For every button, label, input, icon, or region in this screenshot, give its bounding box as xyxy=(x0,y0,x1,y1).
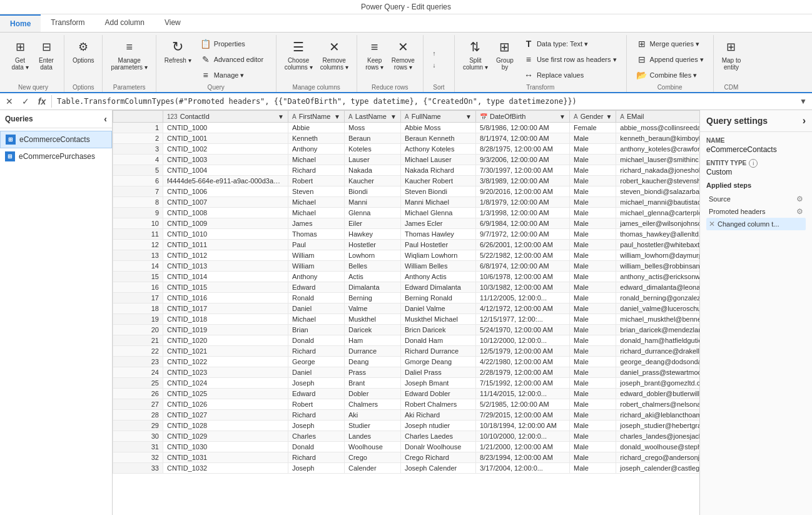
table-row[interactable]: 21CNTID_1020DonaldHamDonald Ham10/12/200… xyxy=(113,335,700,346)
sort-desc-button[interactable]: ↓ xyxy=(429,60,448,71)
col-header-contactid[interactable]: 123 ContactId ▼ xyxy=(163,111,288,123)
step-promoted-headers-gear-icon[interactable]: ⚙ xyxy=(796,207,803,216)
append-queries-button[interactable]: ⊟ Append queries ▾ xyxy=(632,52,708,67)
table-row[interactable]: 31CNTID_1030DonaldWoolhouseDonalr Woolho… xyxy=(113,442,700,452)
step-promoted-headers[interactable]: Promoted headers ⚙ xyxy=(706,205,806,218)
table-row[interactable]: 2CNTID_1001KennethBeraunBeraun Kenneth8/… xyxy=(113,133,700,144)
contactid-filter[interactable]: ▼ xyxy=(278,113,284,120)
col-header-dob[interactable]: 📅 DateOfBirth ▼ xyxy=(476,111,570,123)
table-row[interactable]: 6f4444de5-664e-e911-a9ac-000d3a2d57...Ro… xyxy=(113,176,700,186)
table-row[interactable]: 30CNTID_1029CharlesLandesCharles Laedes1… xyxy=(113,431,700,442)
table-cell: Wiqliam Lowhorn xyxy=(401,250,476,261)
cancel-formula-button[interactable]: ✕ xyxy=(3,94,16,108)
fullname-filter[interactable]: ▼ xyxy=(465,113,472,120)
manage-params-button[interactable]: ≡ Manageparameters ▾ xyxy=(108,36,150,73)
get-data-button[interactable]: ⊞ Getdata ▾ xyxy=(8,36,33,73)
table-row[interactable]: 12CNTID_1011PaulHostetlerPaul Hostetler6… xyxy=(113,240,700,250)
table-row[interactable]: 20CNTID_1019BrianDaricekBricn Daricek5/2… xyxy=(113,325,700,335)
tab-home[interactable]: Home xyxy=(0,14,41,32)
combine-files-button[interactable]: 📂 Combine files ▾ xyxy=(632,68,708,83)
manage-button[interactable]: ≡ Manage ▾ xyxy=(196,68,271,83)
table-row[interactable]: 11CNTID_1010ThomasHawkeyThomas Hawley9/7… xyxy=(113,229,700,240)
table-row[interactable]: 22CNTID_1021RichardDurranceRichard Durra… xyxy=(113,346,700,357)
row-number: 3 xyxy=(113,144,163,155)
confirm-formula-button[interactable]: ✓ xyxy=(19,94,33,108)
table-cell: CNTID_1008 xyxy=(163,208,288,218)
table-cell: CNTID_1016 xyxy=(163,293,288,303)
step-changed-column-delete-icon[interactable]: ✕ xyxy=(709,220,715,228)
table-row[interactable]: 13CNTID_1012WilliamLowhornWiqliam Lowhor… xyxy=(113,250,700,261)
advanced-editor-button[interactable]: ✎ Advanced editor xyxy=(196,52,271,67)
col-header-lastname[interactable]: A LastName ▼ xyxy=(345,111,401,123)
col-header-firstname[interactable]: A FirstName ▼ xyxy=(288,111,345,123)
tab-transform[interactable]: Transform xyxy=(41,14,94,32)
table-row[interactable]: 25CNTID_1024JosephBrantJoseph Bmant7/15/… xyxy=(113,378,700,389)
table-row[interactable]: 29CNTID_1028JosephStudierJoseph ntudier1… xyxy=(113,421,700,431)
table-row[interactable]: 10CNTID_1009JamesEilerJames Ecler6/9/198… xyxy=(113,218,700,229)
formula-input[interactable] xyxy=(54,97,794,106)
tab-view[interactable]: View xyxy=(155,14,191,32)
data-type-button[interactable]: T Data type: Text ▾ xyxy=(519,36,621,51)
group-by-button[interactable]: ⊞ Groupby xyxy=(492,36,517,73)
table-row[interactable]: 7CNTID_1006StevenBiondiSteven Biondi9/20… xyxy=(113,186,700,197)
properties-button[interactable]: 📋 Properties xyxy=(196,36,271,51)
table-row[interactable]: 1CNTID_1000AbbieMossAbbie Moss5/8/1986, … xyxy=(113,123,700,133)
table-row[interactable]: 24CNTID_1023DanielPrassDaliel Prass2/28/… xyxy=(113,367,700,378)
split-column-button[interactable]: ⇅ Splitcolumn ▾ xyxy=(460,36,491,73)
replace-values-button[interactable]: ↔ Replace values xyxy=(519,68,621,83)
options-button[interactable]: ⚙ Options xyxy=(69,36,97,66)
table-cell: Bricn Daricek xyxy=(401,325,476,335)
entity-type-info-icon[interactable]: i xyxy=(749,159,758,168)
sort-asc-button[interactable]: ↑ xyxy=(429,48,448,59)
col-header-fullname[interactable]: A FullName ▼ xyxy=(401,111,476,123)
main-layout: Queries ‹ ⊞ eCommerceContacts ⊞ eCommerc… xyxy=(0,110,812,515)
table-row[interactable]: 27CNTID_1026RobertChalmersRobert Chalmer… xyxy=(113,399,700,410)
settings-expand-icon[interactable]: › xyxy=(803,115,806,126)
lastname-filter[interactable]: ▼ xyxy=(390,113,397,120)
queries-panel-title: Queries xyxy=(5,115,33,123)
refresh-button[interactable]: ↻ Refresh ▾ xyxy=(161,36,195,66)
query-item-ecommerce-purchases[interactable]: ⊞ eCommercePurchases xyxy=(0,148,112,165)
formula-expand-button[interactable]: ▼ xyxy=(797,97,809,106)
table-row[interactable]: 32CNTID_1031RichardCregoCrego Richard8/2… xyxy=(113,452,700,463)
remove-rows-button[interactable]: ✕ Removerows ▾ xyxy=(388,36,418,73)
table-row[interactable]: 23CNTID_1022GeorgeDeangGmorge Deang4/22/… xyxy=(113,357,700,367)
firstname-filter[interactable]: ▼ xyxy=(334,113,340,120)
table-row[interactable]: 26CNTID_1025EdwardDoblerEdward Dobler11/… xyxy=(113,389,700,399)
data-grid-wrapper[interactable]: 123 ContactId ▼ A FirstName ▼ xyxy=(113,110,699,515)
query-item-ecommerce-contacts[interactable]: ⊞ eCommerceContacts xyxy=(0,131,112,148)
queries-panel-collapse-button[interactable]: ‹ xyxy=(104,114,107,124)
table-row[interactable]: 4CNTID_1003MichaelLauserMichael Lauser9/… xyxy=(113,155,700,165)
table-row[interactable]: 17CNTID_1016RonaldBerningBerning Ronald1… xyxy=(113,293,700,303)
enter-data-label: Enterdata xyxy=(39,57,54,71)
table-row[interactable]: 14CNTID_1013WilliamBellesWilliam Belles6… xyxy=(113,261,700,272)
fx-button[interactable]: fx xyxy=(35,94,49,108)
col-header-gender[interactable]: A Gender ▼ xyxy=(570,111,616,123)
choose-columns-button[interactable]: ☰ Choosecolumns ▾ xyxy=(282,36,316,73)
table-row[interactable]: 9CNTID_1008MichaelGlennaMichael Glenna1/… xyxy=(113,208,700,218)
remove-columns-button[interactable]: ✕ Removecolumns ▾ xyxy=(317,36,352,73)
gender-filter[interactable]: ▼ xyxy=(606,113,612,120)
step-source-gear-icon[interactable]: ⚙ xyxy=(796,195,803,203)
step-changed-column[interactable]: ✕ Changed column t... xyxy=(706,218,806,230)
table-row[interactable]: 28CNTID_1027RichardAkiAki Richard7/29/20… xyxy=(113,410,700,421)
enter-data-button[interactable]: ⊟ Enterdata xyxy=(34,36,59,73)
table-row[interactable]: 15CNTID_1014AnthonyActisAnthony Actis10/… xyxy=(113,272,700,282)
name-value[interactable]: eCommerceContacts xyxy=(706,145,806,154)
table-row[interactable]: 8CNTID_1007MichaelManniManni Michael1/8/… xyxy=(113,197,700,208)
step-source[interactable]: Source ⚙ xyxy=(706,193,806,205)
table-row[interactable]: 3CNTID_1002AnthonyKotelesActhony Koteles… xyxy=(113,144,700,155)
col-header-email[interactable]: A EMail ▼ xyxy=(616,111,699,123)
merge-queries-button[interactable]: ⊞ Merge queries ▾ xyxy=(632,36,708,51)
tab-add-column[interactable]: Add column xyxy=(95,14,155,32)
table-row[interactable]: 18CNTID_1017DanielValmeDaniel Valme4/12/… xyxy=(113,303,700,314)
table-row[interactable]: 33CNTID_1032JosephCalenderJoseph Calende… xyxy=(113,463,700,474)
table-row[interactable]: 19CNTID_1018MichaelMuskthelMuskthel Mich… xyxy=(113,314,700,325)
keep-rows-button[interactable]: ≡ Keeprows ▾ xyxy=(362,36,387,73)
table-row[interactable]: 5CNTID_1004RichardNakadaNakada Richard7/… xyxy=(113,165,700,176)
table-row[interactable]: 16CNTID_1015EdwardDimalantaEdward Dimala… xyxy=(113,282,700,293)
use-first-row-button[interactable]: ≡ Use first row as headers ▾ xyxy=(519,52,621,67)
table-cell: CNTID_1031 xyxy=(163,452,288,463)
dob-filter[interactable]: ▼ xyxy=(559,113,566,120)
map-to-entity-button[interactable]: ⊞ Map toentity xyxy=(719,36,744,73)
